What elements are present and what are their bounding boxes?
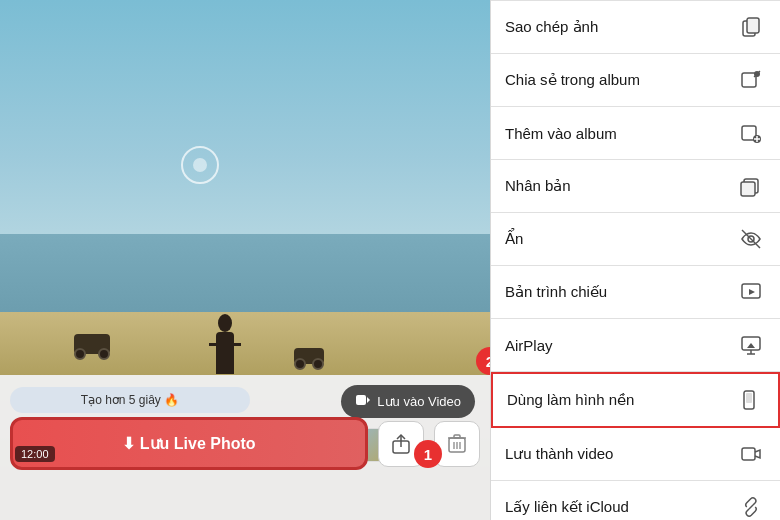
person-arms (209, 343, 241, 346)
svg-rect-31 (742, 448, 755, 460)
live-photo-button[interactable]: ⬇ Lưu Live Photo (10, 417, 368, 470)
menu-item-label-lay-lien-ket: Lấy liên kết iCloud (505, 498, 629, 516)
menu-list: Sao chép ảnhChia sẻ trong albumThêm vào … (491, 0, 780, 520)
svg-rect-30 (746, 393, 752, 403)
menu-item-them-vao-album[interactable]: Thêm vào album (491, 107, 780, 160)
bottom-toolbar: Lưu vào Video Tạo hơn 5 giây 🔥 ⬇ Lưu Liv… (0, 375, 490, 520)
video-icon (355, 392, 371, 411)
hide-icon (738, 226, 764, 252)
menu-item-airplay[interactable]: AirPlay (491, 319, 780, 372)
menu-item-label-them-vao-album: Thêm vào album (505, 125, 617, 142)
svg-line-32 (749, 505, 753, 509)
menu-item-label-airplay: AirPlay (505, 337, 553, 354)
wallpaper-icon (736, 387, 762, 413)
left-panel: Lưu vào Video Tạo hơn 5 giây 🔥 ⬇ Lưu Liv… (0, 0, 490, 520)
trash-icon (447, 433, 467, 455)
menu-item-dung-lam-hinh-nen[interactable]: Dùng làm hình nền (491, 372, 780, 428)
menu-item-lay-lien-ket[interactable]: Lấy liên kết iCloud (491, 481, 780, 520)
save-video-label: Lưu vào Video (377, 394, 461, 409)
menu-item-label-chia-se-album: Chia sẻ trong album (505, 71, 640, 89)
svg-marker-24 (749, 289, 755, 295)
link-icon (738, 494, 764, 520)
scene-sky (0, 0, 490, 260)
wheel-1 (74, 348, 86, 360)
svg-rect-12 (742, 73, 756, 87)
menu-item-label-dung-lam-hinh-nen: Dùng làm hình nền (507, 391, 634, 409)
wheel-3 (294, 358, 306, 370)
save-video-icon (738, 441, 764, 467)
person-figure (211, 314, 239, 374)
right-panel: Sao chép ảnhChia sẻ trong albumThêm vào … (490, 0, 780, 520)
menu-item-label-an: Ẩn (505, 230, 523, 248)
menu-item-luu-thanh-video[interactable]: Lưu thành video (491, 428, 780, 481)
trash-button[interactable] (434, 421, 480, 467)
menu-item-ban-trinh-chieu[interactable]: Bản trình chiếu (491, 266, 780, 319)
wheel-2 (98, 348, 110, 360)
svg-rect-20 (741, 182, 755, 196)
menu-item-label-sao-chep: Sao chép ảnh (505, 18, 598, 36)
timestamp: 12:00 (15, 446, 55, 462)
save-to-video-button[interactable]: Lưu vào Video (341, 385, 475, 418)
share-icon (390, 433, 412, 455)
svg-rect-6 (454, 435, 460, 438)
svg-marker-1 (367, 397, 370, 403)
motorbike-shape-1 (74, 334, 110, 354)
svg-rect-0 (356, 395, 366, 405)
menu-item-nhan-ban[interactable]: Nhân bản (491, 160, 780, 213)
duplicate-icon (738, 173, 764, 199)
menu-item-an[interactable]: Ẩn (491, 213, 780, 266)
airplay-icon (738, 332, 764, 358)
wheel-4 (312, 358, 324, 370)
motorbike-2 (294, 348, 324, 364)
menu-item-label-nhan-ban: Nhân bản (505, 177, 571, 195)
sun-circle (181, 146, 219, 184)
share-album-icon (738, 67, 764, 93)
action-row: ⬇ Lưu Live Photo (10, 417, 480, 470)
menu-item-label-ban-trinh-chieu: Bản trình chiếu (505, 283, 607, 301)
menu-item-chia-se-album[interactable]: Chia sẻ trong album (491, 54, 780, 107)
menu-item-sao-chep[interactable]: Sao chép ảnh (491, 0, 780, 54)
person-body (216, 332, 234, 374)
copy-icon (738, 14, 764, 40)
person-head (218, 314, 232, 332)
menu-item-label-luu-thanh-video: Lưu thành video (505, 445, 613, 463)
svg-rect-11 (747, 18, 759, 33)
svg-marker-28 (747, 343, 755, 348)
motorbike-1 (74, 334, 110, 354)
slideshow-icon (738, 279, 764, 305)
badge-1: 1 (414, 440, 442, 468)
motorbike-shape-2 (294, 348, 324, 364)
more-time-label: Tạo hơn 5 giây 🔥 (10, 387, 250, 413)
add-album-icon (738, 120, 764, 146)
